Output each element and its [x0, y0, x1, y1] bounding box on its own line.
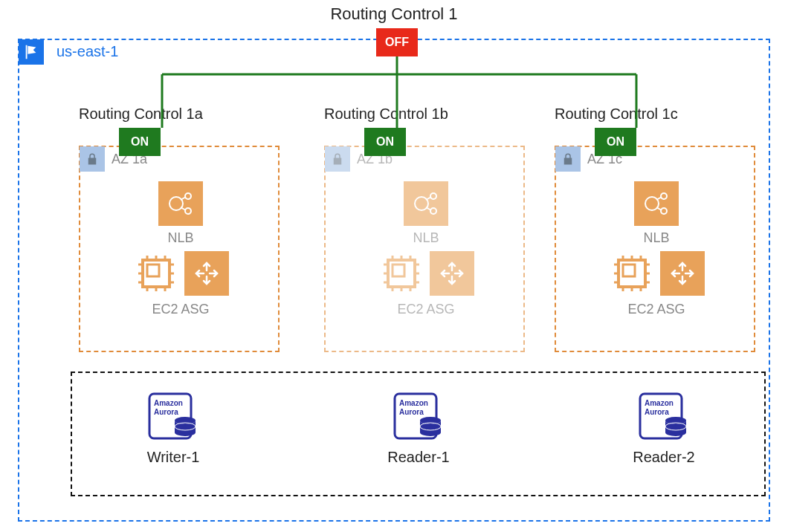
- nlb-icon: [158, 181, 203, 226]
- svg-point-7: [185, 208, 191, 214]
- svg-point-30: [430, 208, 436, 214]
- ec2asg-1a-label: EC2 ASG: [80, 302, 281, 317]
- routing-control-1-state: OFF: [376, 28, 418, 56]
- ec2-icon: [134, 251, 178, 296]
- routing-control-1a-state: ON: [119, 128, 161, 156]
- svg-point-29: [430, 193, 436, 199]
- az-1b-box: AZ 1b NLB EC2 ASG: [324, 146, 525, 352]
- aurora-reader-1-icon: AmazonAurora: [392, 389, 447, 444]
- ec2asg-1c-label: EC2 ASG: [556, 302, 757, 317]
- svg-point-52: [661, 193, 667, 199]
- svg-text:Amazon: Amazon: [154, 399, 183, 407]
- aurora-reader-1-label: Reader-1: [344, 449, 493, 466]
- svg-text:Amazon: Amazon: [645, 399, 674, 407]
- az-1a-box: AZ 1a NLB EC2 ASG: [79, 146, 280, 352]
- ec2-icon: [379, 251, 424, 296]
- aurora-writer-1-label: Writer-1: [99, 449, 248, 466]
- aurora-cluster-box: AmazonAurora Writer-1 AmazonAurora Reade…: [71, 372, 766, 496]
- svg-text:Aurora: Aurora: [154, 408, 178, 416]
- ec2asg-1b-label: EC2 ASG: [326, 302, 526, 317]
- svg-rect-23: [147, 265, 159, 276]
- svg-text:Amazon: Amazon: [399, 399, 428, 407]
- aurora-reader-2-icon: AmazonAurora: [637, 389, 692, 444]
- region-flag-icon: [19, 39, 44, 65]
- lock-icon: [325, 146, 350, 172]
- routing-control-1b-state: ON: [364, 128, 406, 156]
- routing-control-1b-title: Routing Control 1b: [324, 106, 448, 123]
- routing-control-1a-title: Routing Control 1a: [79, 106, 203, 123]
- nlb-icon: [634, 181, 679, 226]
- nlb-1a-label: NLB: [80, 230, 281, 246]
- lock-icon: [80, 146, 105, 172]
- nlb-icon: [404, 181, 448, 226]
- lock-icon: [555, 146, 581, 172]
- routing-control-1c-state: ON: [595, 128, 636, 156]
- nlb-1c-label: NLB: [556, 230, 757, 246]
- ec2-icon: [610, 251, 654, 296]
- aurora-reader-2-label: Reader-2: [590, 449, 738, 466]
- svg-rect-69: [623, 265, 635, 276]
- routing-control-1c-title: Routing Control 1c: [555, 106, 678, 123]
- region-label: us-east-1: [56, 43, 118, 60]
- svg-point-6: [185, 193, 191, 199]
- svg-text:Aurora: Aurora: [399, 408, 424, 416]
- asg-icon: [184, 251, 229, 296]
- page-title: Routing Control 1: [0, 4, 788, 24]
- asg-icon: [660, 251, 705, 296]
- asg-icon: [430, 251, 474, 296]
- az-1c-box: AZ 1c NLB EC2 ASG: [555, 146, 755, 352]
- svg-text:Aurora: Aurora: [645, 408, 669, 416]
- svg-point-53: [661, 208, 667, 214]
- nlb-1b-label: NLB: [326, 230, 526, 246]
- aurora-writer-1-icon: AmazonAurora: [146, 389, 201, 444]
- svg-rect-46: [393, 265, 404, 276]
